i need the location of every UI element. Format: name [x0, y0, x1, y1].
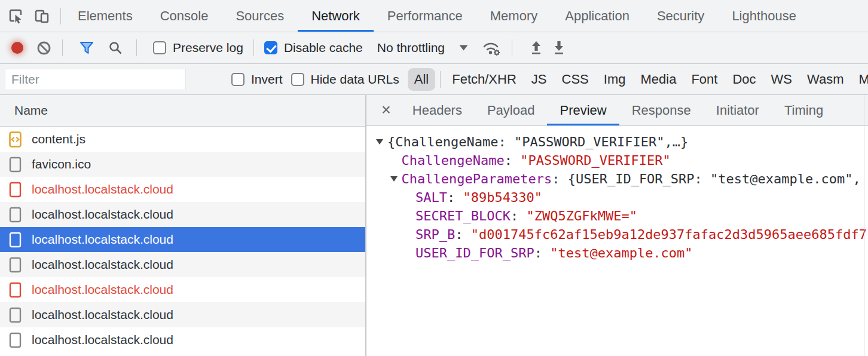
filter-input[interactable] — [5, 69, 186, 90]
request-name: localhost.localstack.cloud — [32, 207, 173, 222]
request-row[interactable]: localhost.localstack.cloud — [0, 302, 365, 327]
detail-tab-preview[interactable]: Preview — [547, 95, 619, 125]
network-toolbar: Preserve log Disable cache No throttling — [0, 32, 868, 64]
invert-checkbox[interactable] — [231, 73, 244, 86]
divider — [512, 39, 512, 56]
document-icon — [9, 207, 22, 223]
json-plain: {USER_ID_FOR_SRP: "test@example.com", — [568, 171, 861, 186]
tree-node[interactable]: SALT: "89b54330" — [366, 188, 868, 207]
document-icon — [9, 282, 22, 298]
tab-lighthouse[interactable]: Lighthouse — [718, 0, 810, 32]
hide-data-urls-checkbox[interactable] — [291, 73, 304, 86]
disable-cache-group: Disable cache — [264, 41, 363, 55]
tabbar-icons — [0, 0, 57, 32]
main-tabbar-tabs: ElementsConsoleSourcesNetworkPerformance… — [64, 0, 810, 32]
type-filter-js[interactable]: JS — [525, 68, 554, 91]
preserve-log-checkbox[interactable] — [153, 41, 166, 54]
json-string: "89b54330" — [463, 190, 542, 205]
devtools-window: ElementsConsoleSourcesNetworkPerformance… — [0, 0, 868, 356]
filter-funnel-icon[interactable] — [79, 40, 94, 56]
request-name: localhost.localstack.cloud — [32, 308, 173, 322]
detail-tab-initiator[interactable]: Initiator — [704, 95, 772, 125]
inspect-element-icon[interactable] — [7, 8, 24, 24]
document-icon — [9, 257, 22, 273]
tab-memory[interactable]: Memory — [476, 0, 551, 32]
request-row[interactable]: localhost.localstack.cloud — [0, 277, 365, 302]
tree-node[interactable]: ChallengeParameters: {USER_ID_FOR_SRP: "… — [366, 170, 868, 188]
tree-node[interactable]: SRP_B: "d001745fc62af15eb9a12de937fafac2… — [366, 225, 868, 244]
import-har-icon[interactable] — [528, 39, 544, 56]
type-filter-doc[interactable]: Doc — [726, 68, 762, 91]
network-conditions-icon[interactable] — [481, 39, 502, 57]
search-icon[interactable] — [108, 40, 123, 56]
json-key: SRP_B — [415, 227, 455, 242]
type-filter-wasm[interactable]: Wasm — [800, 68, 851, 91]
request-row[interactable]: localhost.localstack.cloud — [0, 227, 365, 252]
disable-cache-checkbox[interactable] — [264, 41, 277, 54]
detail-tab-headers[interactable]: Headers — [400, 95, 475, 125]
invert-label: Invert — [251, 72, 283, 87]
expand-arrow-icon[interactable] — [390, 176, 398, 182]
detail-tabbar-tabs: HeadersPayloadPreviewResponseInitiatorTi… — [400, 95, 836, 125]
type-filter-fetch-xhr[interactable]: Fetch/XHR — [445, 68, 523, 91]
tree-node[interactable]: SECRET_BLOCK: "ZWQ5ZGFkMWE=" — [366, 207, 868, 225]
tab-security[interactable]: Security — [643, 0, 718, 32]
request-row[interactable]: localhost.localstack.cloud — [0, 252, 365, 277]
json-plain: : — [552, 171, 568, 186]
json-string: "ZWQ5ZGFkMWE=" — [526, 208, 637, 223]
tab-console[interactable]: Console — [146, 0, 222, 32]
request-name: localhost.localstack.cloud — [32, 283, 173, 297]
scrollbar-track[interactable] — [864, 95, 864, 356]
request-row[interactable]: content.js — [0, 127, 365, 152]
expand-arrow-icon[interactable] — [376, 139, 383, 145]
hide-data-urls-group: Hide data URLs — [291, 72, 399, 87]
type-filter-img[interactable]: Img — [597, 68, 632, 91]
request-row[interactable]: localhost.localstack.cloud — [0, 202, 365, 227]
document-icon — [9, 332, 22, 348]
tree-node[interactable]: {ChallengeName: "PASSWORD_VERIFIER",…} — [366, 133, 868, 151]
export-har-icon[interactable] — [551, 39, 567, 56]
type-filter-all[interactable]: All — [408, 68, 435, 91]
clear-icon[interactable] — [36, 40, 52, 56]
device-toolbar-icon[interactable] — [33, 8, 50, 24]
request-row[interactable]: localhost.localstack.cloud — [0, 177, 365, 202]
request-type-filters: AllFetch/XHRJSCSSImgMediaFontDocWSWasmMa… — [408, 68, 868, 91]
tab-application[interactable]: Application — [551, 0, 643, 32]
tree-node[interactable]: USER_ID_FOR_SRP: "test@example.com" — [366, 244, 868, 262]
detail-tab-timing[interactable]: Timing — [772, 95, 836, 125]
tab-sources[interactable]: Sources — [222, 0, 298, 32]
request-list: content.jsfavicon.icolocalhost.localstac… — [0, 127, 365, 356]
document-icon — [9, 182, 22, 198]
detail-tab-payload[interactable]: Payload — [475, 95, 548, 125]
type-filter-ws[interactable]: WS — [765, 68, 799, 91]
document-icon — [9, 156, 22, 173]
record-icon[interactable] — [11, 42, 23, 54]
divider — [136, 39, 137, 56]
document-icon — [9, 307, 22, 323]
close-icon[interactable]: × — [372, 95, 400, 125]
divider — [60, 8, 61, 24]
detail-tab-response[interactable]: Response — [619, 95, 704, 125]
name-column-header[interactable]: Name — [0, 95, 365, 127]
json-plain: : — [447, 190, 463, 205]
request-row[interactable]: favicon.ico — [0, 152, 365, 177]
hide-data-urls-label: Hide data URLs — [311, 72, 399, 87]
tab-performance[interactable]: Performance — [374, 0, 476, 32]
main-tabbar: ElementsConsoleSourcesNetworkPerformance… — [0, 0, 868, 32]
type-filter-media[interactable]: Media — [634, 68, 683, 91]
disable-cache-label: Disable cache — [284, 41, 363, 55]
throttling-select[interactable]: No throttling — [378, 41, 468, 55]
json-string: "PASSWORD_VERIFIER" — [520, 153, 671, 168]
json-key: USER_ID_FOR_SRP — [415, 245, 534, 260]
tree-node[interactable]: ChallengeName: "PASSWORD_VERIFIER" — [366, 151, 868, 170]
type-filter-css[interactable]: CSS — [555, 68, 595, 91]
tab-elements[interactable]: Elements — [64, 0, 146, 32]
json-plain: : — [505, 153, 521, 168]
json-key: ChallengeName — [402, 153, 505, 168]
divider — [62, 39, 63, 56]
divider — [440, 71, 441, 88]
tab-network[interactable]: Network — [298, 0, 374, 32]
type-filter-font[interactable]: Font — [684, 68, 724, 91]
request-row[interactable]: localhost.localstack.cloud — [0, 327, 365, 352]
type-filter-manifest[interactable]: Manifest — [852, 68, 868, 91]
